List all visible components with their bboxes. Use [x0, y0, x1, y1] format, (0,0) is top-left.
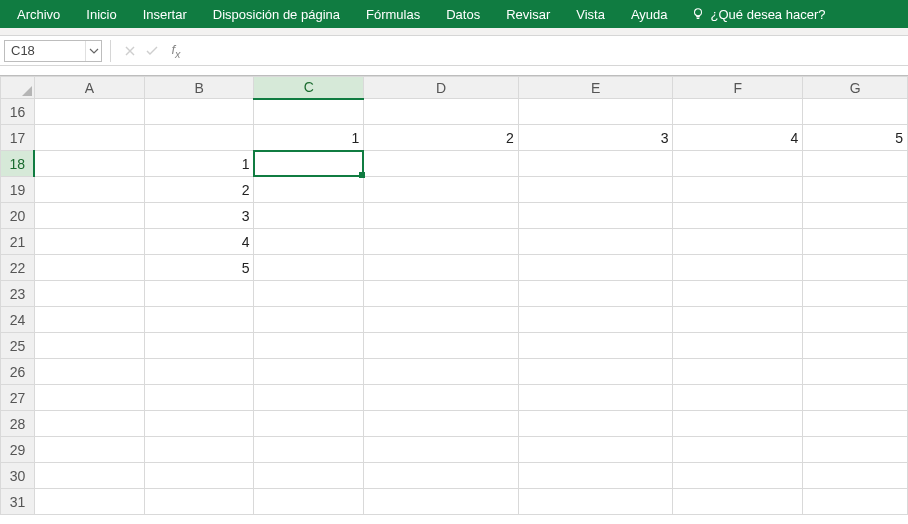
cell-F29[interactable] — [673, 437, 803, 463]
row-header-29[interactable]: 29 — [1, 437, 35, 463]
cell-E25[interactable] — [518, 333, 673, 359]
cell-F27[interactable] — [673, 385, 803, 411]
cell-A28[interactable] — [34, 411, 144, 437]
cell-E29[interactable] — [518, 437, 673, 463]
cell-C30[interactable] — [254, 463, 364, 489]
column-header-f[interactable]: F — [673, 77, 803, 99]
chevron-down-icon[interactable] — [85, 41, 101, 61]
select-all-corner[interactable] — [1, 77, 35, 99]
cell-C23[interactable] — [254, 281, 364, 307]
cell-C26[interactable] — [254, 359, 364, 385]
cell-G20[interactable] — [803, 203, 908, 229]
cell-G16[interactable] — [803, 99, 908, 125]
tell-me-search[interactable]: ¿Qué desea hacer? — [681, 7, 836, 22]
cell-B19[interactable]: 2 — [144, 177, 254, 203]
cell-A23[interactable] — [34, 281, 144, 307]
cell-F24[interactable] — [673, 307, 803, 333]
cell-G25[interactable] — [803, 333, 908, 359]
ribbon-tab-formulas[interactable]: Fórmulas — [353, 0, 433, 28]
cell-C22[interactable] — [254, 255, 364, 281]
row-header-20[interactable]: 20 — [1, 203, 35, 229]
cancel-formula-button[interactable] — [119, 40, 141, 62]
ribbon-tab-disposicion[interactable]: Disposición de página — [200, 0, 353, 28]
cell-E16[interactable] — [518, 99, 673, 125]
ribbon-collapse-strip[interactable] — [0, 66, 908, 76]
cell-D19[interactable] — [364, 177, 519, 203]
cell-G21[interactable] — [803, 229, 908, 255]
column-header-b[interactable]: B — [144, 77, 254, 99]
ribbon-tab-ayuda[interactable]: Ayuda — [618, 0, 681, 28]
cell-G31[interactable] — [803, 489, 908, 515]
cell-A24[interactable] — [34, 307, 144, 333]
cell-F23[interactable] — [673, 281, 803, 307]
row-header-18[interactable]: 18 — [1, 151, 35, 177]
cell-D20[interactable] — [364, 203, 519, 229]
cell-A26[interactable] — [34, 359, 144, 385]
ribbon-tab-insertar[interactable]: Insertar — [130, 0, 200, 28]
row-header-31[interactable]: 31 — [1, 489, 35, 515]
cell-B21[interactable]: 4 — [144, 229, 254, 255]
cell-C20[interactable] — [254, 203, 364, 229]
cell-F22[interactable] — [673, 255, 803, 281]
cell-G26[interactable] — [803, 359, 908, 385]
cell-F21[interactable] — [673, 229, 803, 255]
ribbon-tab-inicio[interactable]: Inicio — [73, 0, 129, 28]
cell-A18[interactable] — [34, 151, 144, 177]
cell-D18[interactable] — [364, 151, 519, 177]
cell-D29[interactable] — [364, 437, 519, 463]
cell-A22[interactable] — [34, 255, 144, 281]
row-header-27[interactable]: 27 — [1, 385, 35, 411]
cell-B31[interactable] — [144, 489, 254, 515]
cell-G24[interactable] — [803, 307, 908, 333]
ribbon-tab-datos[interactable]: Datos — [433, 0, 493, 28]
row-header-24[interactable]: 24 — [1, 307, 35, 333]
row-header-26[interactable]: 26 — [1, 359, 35, 385]
cell-E24[interactable] — [518, 307, 673, 333]
cell-F30[interactable] — [673, 463, 803, 489]
cell-A19[interactable] — [34, 177, 144, 203]
cell-B26[interactable] — [144, 359, 254, 385]
cell-E31[interactable] — [518, 489, 673, 515]
cell-A31[interactable] — [34, 489, 144, 515]
cell-C24[interactable] — [254, 307, 364, 333]
row-header-19[interactable]: 19 — [1, 177, 35, 203]
cell-B30[interactable] — [144, 463, 254, 489]
column-header-c[interactable]: C — [254, 77, 364, 99]
column-header-d[interactable]: D — [364, 77, 519, 99]
cell-E26[interactable] — [518, 359, 673, 385]
cell-C31[interactable] — [254, 489, 364, 515]
cell-C18[interactable] — [254, 151, 364, 177]
cell-C19[interactable] — [254, 177, 364, 203]
ribbon-tab-vista[interactable]: Vista — [563, 0, 618, 28]
cell-D21[interactable] — [364, 229, 519, 255]
cell-A27[interactable] — [34, 385, 144, 411]
cell-C16[interactable] — [254, 99, 364, 125]
row-header-25[interactable]: 25 — [1, 333, 35, 359]
cell-B28[interactable] — [144, 411, 254, 437]
cell-F28[interactable] — [673, 411, 803, 437]
enter-formula-button[interactable] — [141, 40, 163, 62]
cell-A29[interactable] — [34, 437, 144, 463]
cell-E19[interactable] — [518, 177, 673, 203]
cell-D17[interactable]: 2 — [364, 125, 519, 151]
cell-G23[interactable] — [803, 281, 908, 307]
cell-G19[interactable] — [803, 177, 908, 203]
cell-D31[interactable] — [364, 489, 519, 515]
cell-B17[interactable] — [144, 125, 254, 151]
cell-E23[interactable] — [518, 281, 673, 307]
cell-B22[interactable]: 5 — [144, 255, 254, 281]
column-header-e[interactable]: E — [518, 77, 673, 99]
cell-D26[interactable] — [364, 359, 519, 385]
cell-G29[interactable] — [803, 437, 908, 463]
cell-G18[interactable] — [803, 151, 908, 177]
cell-D27[interactable] — [364, 385, 519, 411]
cell-D25[interactable] — [364, 333, 519, 359]
cell-A16[interactable] — [34, 99, 144, 125]
ribbon-tab-revisar[interactable]: Revisar — [493, 0, 563, 28]
cell-E17[interactable]: 3 — [518, 125, 673, 151]
cell-G27[interactable] — [803, 385, 908, 411]
cell-F20[interactable] — [673, 203, 803, 229]
cell-D24[interactable] — [364, 307, 519, 333]
formula-input[interactable] — [185, 40, 908, 62]
cell-G17[interactable]: 5 — [803, 125, 908, 151]
